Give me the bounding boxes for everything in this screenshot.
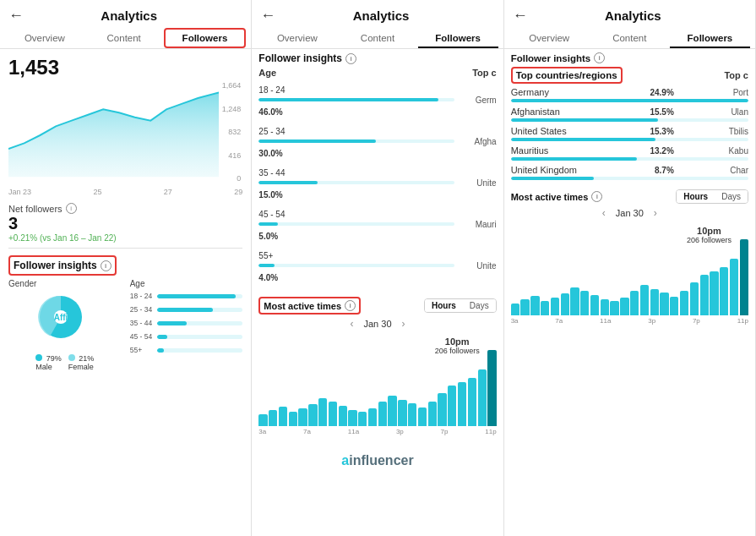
panel1-title: Analytics bbox=[30, 8, 227, 23]
next-date-2[interactable]: › bbox=[402, 318, 405, 330]
bar-x-labels-3: 3a 7a 11a 3p 7p 11p bbox=[511, 317, 748, 325]
gender-pie: Affi bbox=[35, 292, 95, 351]
country-row-1: Germany 24.9% Port bbox=[511, 87, 748, 102]
most-active-info-3[interactable]: i bbox=[591, 191, 602, 202]
net-followers-change: +0.21% (vs Jan 16 – Jan 22) bbox=[8, 233, 242, 243]
net-followers-count: 3 bbox=[8, 214, 242, 233]
top-country-5: Unite bbox=[454, 261, 497, 271]
follower-insights-info-icon[interactable]: i bbox=[101, 260, 111, 271]
toggle-days-btn-3[interactable]: Days bbox=[715, 190, 748, 203]
current-date-3: Jan 30 bbox=[616, 208, 644, 218]
back-arrow-2[interactable]: ← bbox=[260, 7, 275, 25]
bar-chart-3: 10pm 206 followers bbox=[511, 222, 748, 332]
panel-3: ← Analytics Overview Content Followers F… bbox=[504, 0, 756, 536]
panel2-insights-info[interactable]: i bbox=[345, 53, 356, 64]
age-bar-row-1: 18 - 24 bbox=[130, 292, 243, 300]
bar-2-last bbox=[487, 350, 496, 426]
top-country-3: Unite bbox=[454, 178, 497, 188]
country-row-2: Afghanistan 15.5% Ulan bbox=[511, 107, 748, 122]
divider-1 bbox=[8, 248, 242, 249]
age-bar-row-2: 25 - 34 bbox=[130, 305, 243, 314]
back-arrow-3[interactable]: ← bbox=[513, 7, 528, 25]
prev-date-2[interactable]: ‹ bbox=[350, 318, 353, 330]
tab-followers-1[interactable]: Followers bbox=[164, 28, 247, 48]
panel1-tabs: Overview Content Followers bbox=[0, 28, 251, 49]
top-country-1: Germ bbox=[454, 96, 497, 105]
date-nav-2: ‹ Jan 30 › bbox=[258, 318, 496, 330]
age-bars-1: 18 - 24 25 - 34 35 - 44 45 - 54 bbox=[130, 292, 243, 354]
top-country-2: Afgha bbox=[454, 137, 497, 146]
age-insights-row-1: 18 - 24 46.0% Germ bbox=[258, 81, 496, 118]
country-row-3: United States 15.3% Tbilis bbox=[511, 126, 748, 141]
gender-age-row: Gender Affi 79% bbox=[8, 279, 242, 371]
followers-chart: 1,664 1,248 832 416 0 bbox=[8, 81, 242, 183]
most-active-section-3: Most active times i Hours Days ‹ Jan 30 … bbox=[511, 189, 748, 332]
ainfluencer-logo: ainfluencer bbox=[252, 448, 503, 470]
tab-overview-2[interactable]: Overview bbox=[257, 28, 337, 48]
toggle-days-btn-2[interactable]: Days bbox=[463, 299, 496, 312]
next-date-3[interactable]: › bbox=[654, 207, 657, 219]
panel3-tabs: Overview Content Followers bbox=[504, 28, 755, 49]
panel2-header: ← Analytics bbox=[252, 0, 503, 28]
tab-followers-3[interactable]: Followers bbox=[670, 28, 750, 48]
prev-date-3[interactable]: ‹ bbox=[602, 207, 606, 219]
gender-section: Gender Affi 79% bbox=[8, 279, 122, 371]
followers-count: 1,453 bbox=[8, 56, 242, 79]
tab-followers-2[interactable]: Followers bbox=[418, 28, 498, 48]
male-dot bbox=[35, 354, 42, 361]
toggle-hours-btn-2[interactable]: Hours bbox=[425, 299, 463, 312]
age-insights-row-4: 45 - 54 5.0% Mauri bbox=[258, 205, 496, 243]
most-active-label-2: Most active times i bbox=[258, 297, 361, 314]
chart-x-labels: Jan 23 25 27 29 bbox=[8, 188, 242, 196]
age-bar-row-3: 35 - 44 bbox=[130, 319, 243, 327]
tab-content-2[interactable]: Content bbox=[337, 28, 417, 48]
panel3-fi-header: Follower insights i bbox=[504, 49, 755, 67]
panel2-title: Analytics bbox=[282, 8, 479, 23]
countries-title: Top countries/regions bbox=[511, 67, 623, 84]
follower-insights-header-1: Follower insights i bbox=[8, 255, 117, 276]
country-row-5: United Kingdom 8.7% Char bbox=[511, 165, 748, 180]
panel2-tabs: Overview Content Followers bbox=[252, 28, 503, 49]
gender-label: Gender bbox=[8, 279, 122, 288]
tab-content-3[interactable]: Content bbox=[590, 28, 670, 48]
age-bar-row-4: 45 - 54 bbox=[130, 332, 243, 341]
panel3-title: Analytics bbox=[535, 8, 732, 23]
top-country-4: Mauri bbox=[454, 220, 497, 229]
bar-x-labels-2: 3a 7a 11a 3p 7p 11p bbox=[258, 428, 496, 435]
age-insights-row-5: 55+ 4.0% Unite bbox=[258, 247, 496, 284]
panel2-insights-header: Follower insights i bbox=[258, 52, 496, 64]
current-date-2: Jan 30 bbox=[363, 319, 391, 329]
tab-overview-1[interactable]: Overview bbox=[5, 28, 84, 48]
bar-chart-tooltip-2: 10pm 206 followers bbox=[435, 336, 480, 355]
panel1-header: ← Analytics bbox=[0, 0, 251, 28]
date-nav-3: ‹ Jan 30 › bbox=[511, 207, 748, 219]
panel-1: ← Analytics Overview Content Followers 1… bbox=[0, 0, 252, 536]
most-active-info-2[interactable]: i bbox=[345, 300, 356, 311]
age-bar-row-5: 55+ bbox=[130, 346, 243, 354]
tab-overview-3[interactable]: Overview bbox=[509, 28, 590, 48]
back-arrow-1[interactable]: ← bbox=[8, 7, 24, 25]
panel3-header: ← Analytics bbox=[504, 0, 755, 28]
chart-y-labels: 1,664 1,248 832 416 0 bbox=[222, 81, 243, 183]
age-top-header: Age Top c bbox=[258, 68, 496, 78]
panel1-body: 1,453 1,664 1,248 832 416 0 bbox=[0, 49, 251, 536]
countries-header: Top countries/regions Top c bbox=[511, 67, 748, 84]
most-active-section-2: Most active times i Hours Days ‹ Jan 30 … bbox=[258, 297, 496, 443]
panel-2: ← Analytics Overview Content Followers F… bbox=[252, 0, 503, 536]
chart-svg bbox=[8, 81, 219, 183]
toggle-hours-days-3: Hours Days bbox=[676, 189, 748, 204]
panel3-fi-info[interactable]: i bbox=[594, 52, 605, 63]
most-active-label-3: Most active times i bbox=[511, 191, 603, 202]
age-insights-row-3: 35 - 44 15.0% Unite bbox=[258, 164, 496, 201]
gender-legend: 79% Male 21% Female bbox=[8, 354, 122, 371]
countries-section: Top countries/regions Top c Germany 24.9… bbox=[504, 67, 755, 184]
most-active-header-3: Most active times i Hours Days bbox=[511, 189, 748, 204]
toggle-hours-btn-3[interactable]: Hours bbox=[677, 190, 715, 203]
bar-chart-tooltip-3: 10pm 206 followers bbox=[687, 226, 732, 244]
net-followers-section: Net followers i 3 +0.21% (vs Jan 16 – Ja… bbox=[8, 203, 242, 243]
female-dot bbox=[68, 354, 75, 361]
net-followers-info-icon[interactable]: i bbox=[66, 203, 77, 214]
toggle-hours-days-2: Hours Days bbox=[424, 298, 497, 313]
tab-content-1[interactable]: Content bbox=[84, 28, 164, 48]
svg-text:Affi: Affi bbox=[53, 313, 68, 322]
